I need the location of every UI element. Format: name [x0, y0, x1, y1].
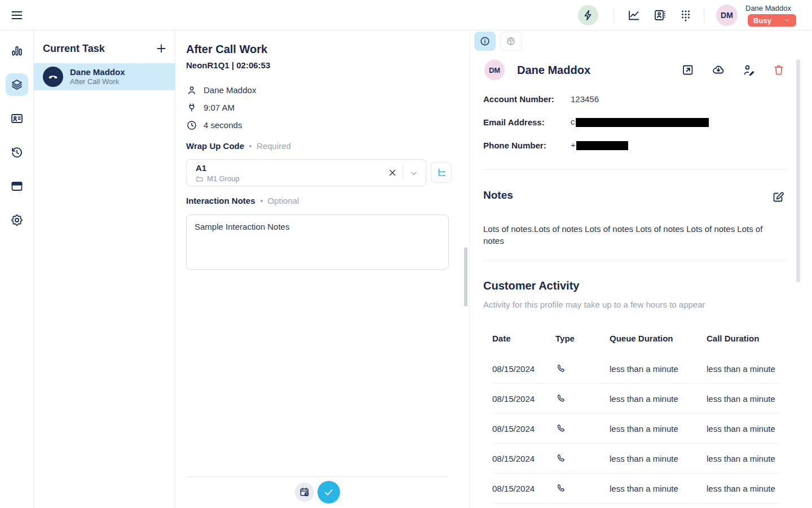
account-number-value: 123456: [571, 94, 599, 104]
contact-row: Dane Maddox: [186, 81, 256, 99]
start-time: 9:07 AM: [204, 103, 235, 112]
activity-call-duration: less than a minute: [707, 364, 781, 374]
lightning-icon[interactable]: [578, 5, 598, 25]
interaction-notes-label-row: Interaction Notes Optional: [186, 196, 299, 205]
center-scrollbar[interactable]: [464, 247, 467, 306]
account-number-row: Account Number: 123456: [483, 89, 599, 108]
phone-number-label: Phone Number:: [483, 141, 571, 150]
right-scrollbar[interactable]: [796, 59, 800, 282]
email-address-label: Email Address:: [483, 117, 571, 127]
notes-title: Notes: [483, 189, 513, 202]
task-item-text: Dane Maddox After Call Work: [70, 67, 125, 87]
customer-avatar: DM: [484, 60, 505, 80]
phone-end-icon: [43, 67, 63, 87]
section-divider: [483, 169, 786, 170]
task-detail-panel: After Call Work NeonR1Q1 | 02:06:53 Dane…: [175, 30, 469, 508]
folder-icon: [196, 175, 204, 183]
activity-call-duration: less than a minute: [707, 454, 781, 463]
tab-customer-info[interactable]: [474, 32, 496, 51]
customer-actions: [681, 63, 786, 77]
activity-date: 08/15/2024: [492, 454, 555, 463]
phone-call-icon: [555, 453, 566, 463]
activity-queue-duration: less than a minute: [610, 454, 707, 463]
wrap-up-label: Wrap Up Code: [186, 141, 244, 151]
chevron-down-icon: [784, 17, 791, 24]
contact-card-icon[interactable]: [6, 107, 28, 130]
dot-separator: [261, 200, 263, 202]
dialpad-icon[interactable]: [679, 8, 692, 22]
bar-chart-icon[interactable]: [6, 40, 28, 62]
top-bar: DM Dane Maddox Busy: [0, 0, 812, 30]
add-task-button[interactable]: [155, 42, 168, 55]
check-icon: [323, 486, 335, 498]
activity-queue-duration: less than a minute: [610, 484, 707, 493]
wrap-up-label-row: Wrap Up Code Required: [186, 141, 291, 151]
trash-icon[interactable]: [773, 63, 786, 77]
open-in-new-icon[interactable]: [681, 63, 695, 77]
email-address-row: Email Address: c: [483, 112, 709, 132]
clock-icon: [186, 120, 197, 131]
contact-name: Dane Maddox: [204, 85, 256, 95]
phone-number-row: Phone Number: +: [483, 135, 628, 155]
task-detail-meta: Dane Maddox 9:07 AM 4 seconds: [186, 81, 256, 134]
activity-table-header: Date Type Queue Duration Call Duration: [492, 327, 781, 349]
edit-note-icon[interactable]: [771, 190, 785, 204]
line-chart-icon[interactable]: [627, 8, 641, 22]
clear-icon[interactable]: [387, 168, 398, 178]
tab-insights[interactable]: [500, 32, 522, 51]
phone-number-value: +: [571, 140, 628, 150]
complete-task-button[interactable]: [317, 481, 340, 503]
queue-and-timer: NeonR1Q1 | 02:06:53: [186, 60, 270, 70]
app-window: DM Dane Maddox Busy Curr: [0, 0, 812, 508]
gear-icon[interactable]: [6, 209, 28, 231]
task-contact-name: Dane Maddox: [70, 67, 125, 78]
person-edit-icon[interactable]: [742, 63, 756, 77]
column-header-queue-duration: Queue Duration: [610, 334, 707, 343]
browser-window-icon[interactable]: [6, 175, 28, 198]
redaction-bar: [576, 141, 628, 150]
nav-rail: [0, 30, 34, 508]
hamburger-menu-icon[interactable]: [10, 8, 24, 22]
phone-call-icon: [555, 364, 566, 374]
calendar-clock-icon: [299, 487, 310, 498]
phone-call-icon: [555, 423, 566, 433]
wrap-up-group: M1 Group: [196, 174, 240, 183]
cloud-download-icon[interactable]: [712, 63, 725, 77]
section-divider: [483, 261, 786, 261]
duration-row: 4 seconds: [186, 116, 256, 134]
dot-separator: [249, 145, 251, 147]
email-address-value: c: [571, 117, 709, 127]
activity-table-body: 08/15/2024 less than a minute less than …: [492, 354, 781, 503]
layers-icon[interactable]: [6, 73, 28, 96]
task-state-label: After Call Work: [70, 77, 125, 86]
activity-queue-duration: less than a minute: [610, 394, 707, 404]
customer-activity-title: Customer Activity: [483, 279, 579, 292]
address-book-icon[interactable]: [653, 8, 667, 22]
schedule-callback-button[interactable]: [295, 483, 314, 502]
status-dropdown[interactable]: Busy: [748, 14, 796, 27]
current-task-header: Current Task: [43, 42, 168, 55]
plug-icon: [186, 102, 197, 113]
activity-table-row: 08/15/2024 less than a minute less than …: [492, 384, 781, 414]
activity-queue-duration: less than a minute: [610, 424, 707, 433]
wrap-up-tree-button[interactable]: [431, 162, 452, 183]
history-icon[interactable]: [6, 141, 28, 164]
wrap-up-group-label: M1 Group: [207, 174, 240, 183]
chevron-down-icon[interactable]: [409, 168, 419, 178]
customer-activity-subtitle: Activity for this profile may take up to…: [483, 300, 705, 309]
customer-panel: DM Dane Maddox Account Number: 123456 Em…: [469, 30, 812, 508]
redaction-bar: [576, 118, 709, 127]
user-avatar[interactable]: DM: [716, 5, 738, 26]
activity-date: 08/15/2024: [492, 424, 555, 433]
column-header-type: Type: [555, 334, 610, 343]
activity-queue-duration: less than a minute: [610, 364, 707, 374]
activity-date: 08/15/2024: [492, 394, 555, 404]
phone-call-icon: [555, 483, 566, 493]
wrap-up-code-select[interactable]: A1 M1 Group: [186, 159, 426, 186]
interaction-notes-input[interactable]: [186, 214, 449, 270]
activity-table-row: 08/15/2024 less than a minute less than …: [492, 354, 781, 384]
footer-divider: [186, 476, 448, 477]
tree-list-icon: [436, 167, 447, 178]
task-list-item[interactable]: Dane Maddox After Call Work: [34, 63, 175, 90]
person-icon: [186, 85, 197, 96]
